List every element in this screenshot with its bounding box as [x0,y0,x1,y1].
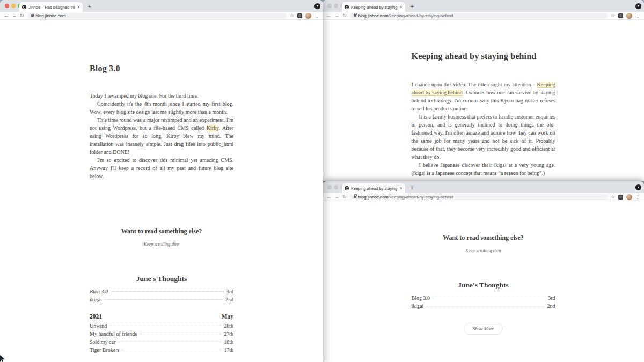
post-title: Blog 3.0 [90,64,233,73]
reload-button[interactable]: ↻ [20,12,24,20]
lock-icon [354,196,356,198]
browser-tab[interactable]: Keeping ahead by staying behi × [342,2,405,12]
browser-menu-icon[interactable]: ⋮ [314,13,319,18]
browser-window-blog-home: Jinhoe – Has designed this site × + ▾ ← … [0,0,323,362]
dotted-leader [433,298,545,298]
dotted-leader [111,291,224,292]
tab-strip: Jinhoe – Has designed this site × + ▾ [0,0,323,12]
list-item[interactable]: Unwind 28th [90,323,233,331]
list-item[interactable]: ikigai 2nd [90,297,233,305]
url-host: blog.jinhoe.com [36,13,66,18]
forward-button[interactable]: → [334,12,339,20]
browser-tab[interactable]: Keeping ahead by staying behi × [342,183,405,193]
post-link: My handful of friends [90,331,137,337]
browser-window-article-top: Keeping ahead by staying behi × + ▾ ← → … [323,0,644,181]
list-item[interactable]: Blog 3.0 3rd [90,289,233,297]
list-item[interactable]: Blog 3.0 3rd [412,295,555,303]
close-tab-icon[interactable]: × [400,186,402,191]
dotted-leader [140,334,221,334]
extension-icon[interactable] [618,195,623,200]
browser-toolbar: ← → ↻ blog.jinhoe.com/keeping-ahead-by-s… [323,193,644,201]
junes-thoughts-heading: June's Thoughts [90,275,233,283]
new-tab-button[interactable]: + [408,3,416,10]
page-scroll-area[interactable]: Keeping ahead by staying behind I chance… [323,20,644,181]
bookmark-star-icon[interactable]: ☆ [611,13,615,18]
close-window-button[interactable] [327,185,332,189]
profile-avatar[interactable] [305,13,311,19]
reload-button[interactable]: ↻ [342,12,347,20]
url-path: /keeping-ahead-by-staying-behind [389,195,453,200]
reload-button[interactable]: ↻ [342,193,347,201]
tab-search-button[interactable]: ▾ [314,3,320,9]
tab-search-button[interactable]: ▾ [635,3,641,9]
extension-icon[interactable] [618,13,623,18]
profile-avatar[interactable] [626,13,632,19]
read-else-heading: Want to read something else? [90,227,233,235]
list-item[interactable]: Sold my car 18th [90,339,233,347]
list-item[interactable]: Tiger Brokers 17th [90,347,233,355]
new-tab-button[interactable]: + [86,3,93,10]
keep-scrolling-text: Keep scrolling then [90,241,233,247]
show-more-button[interactable]: Show More [464,323,503,335]
tab-strip: Keeping ahead by staying behi × + ▾ [323,0,644,12]
post-date: 2nd [225,297,233,302]
paragraph: I believe Japanese discover their ikigai… [412,161,555,177]
post-date: 3rd [548,295,555,301]
browser-menu-icon[interactable]: ⋮ [635,13,640,18]
close-window-button[interactable] [5,4,9,8]
address-bar[interactable]: blog.jinhoe.com/keeping-ahead-by-staying… [350,194,608,200]
forward-button[interactable]: → [12,12,17,20]
address-bar[interactable]: blog.jinhoe.com [27,13,287,19]
list-item[interactable]: My handful of friends 27th [90,331,233,339]
minimize-window-button[interactable] [334,185,338,189]
paragraph: I chance upon this video. The title caug… [412,80,555,113]
article-body: I chance upon this video. The title caug… [412,80,555,177]
list-item[interactable]: ikigai 2nd [412,303,555,311]
close-window-button[interactable] [327,4,332,8]
site-favicon-icon [22,5,26,9]
post-date: 3rd [226,289,233,294]
browser-tab[interactable]: Jinhoe – Has designed this site × [19,2,83,12]
archive-2021-section: 2021 May Unwind 28th My handful of frien… [90,313,233,362]
page-scroll-area[interactable]: Blog 3.0 Today I revamped my blog site. … [0,20,323,362]
bookmark-star-icon[interactable]: ☆ [611,194,615,200]
keep-scrolling-text: Keep scrolling then [412,248,555,253]
lock-icon [31,14,34,17]
extension-icon[interactable] [297,13,302,18]
post-link: Unwind [90,323,107,329]
address-bar[interactable]: blog.jinhoe.com/keeping-ahead-by-staying… [350,13,608,19]
dotted-leader [122,350,221,350]
tab-title: Keeping ahead by staying behi [351,186,398,191]
tab-title: Jinhoe – Has designed this site [28,5,75,10]
junes-thoughts-section: June's Thoughts Blog 3.0 3rd ikigai 2nd … [412,281,555,335]
post-link: Sold my car [90,339,115,345]
bookmark-star-icon[interactable]: ☆ [290,13,294,18]
post-date: 18th [224,339,233,345]
post-link: Blog 3.0 [90,289,108,294]
new-tab-button[interactable]: + [408,184,416,191]
post-body: Today I revamped my blog site. For the t… [90,92,233,180]
close-tab-icon[interactable]: × [400,5,402,10]
tab-search-button[interactable]: ▾ [635,184,641,190]
read-something-else-section: Want to read something else? Keep scroll… [90,227,233,247]
back-button[interactable]: ← [326,12,331,20]
dotted-leader [426,306,544,306]
archive-month: May [222,313,233,320]
back-button[interactable]: ← [4,12,9,20]
page-scroll-area[interactable]: Want to read something else? Keep scroll… [323,202,644,362]
url-path: /keeping-ahead-by-staying-behind [389,13,453,18]
post-date: 28th [224,323,233,329]
close-tab-icon[interactable]: × [77,5,80,10]
post-date: 27th [224,331,233,337]
article-title: Keeping ahead by staying behind [412,51,555,61]
browser-menu-icon[interactable]: ⋮ [635,194,640,200]
back-button[interactable]: ← [326,193,331,201]
kirby-link[interactable]: Kirby [207,125,219,131]
forward-button[interactable]: → [334,193,339,201]
minimize-window-button[interactable] [334,4,338,8]
lock-icon [354,14,356,17]
tab-title: Keeping ahead by staying behi [351,5,398,10]
url-host: blog.jinhoe.com [358,195,389,200]
minimize-window-button[interactable] [11,4,16,8]
profile-avatar[interactable] [626,194,632,200]
